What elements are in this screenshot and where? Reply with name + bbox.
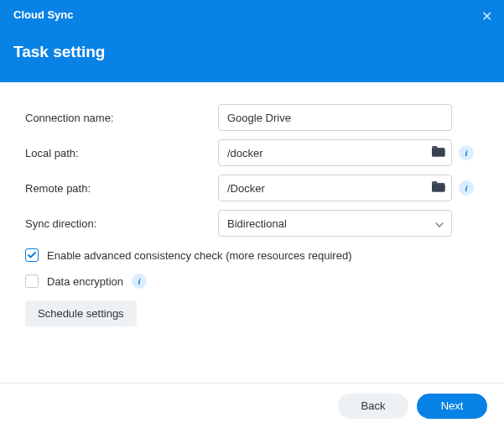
connection-name-label: Connection name:: [25, 112, 218, 124]
connection-name-input[interactable]: [218, 104, 452, 131]
row-consistency-check: Enable advanced consistency check (more …: [25, 248, 479, 262]
remote-path-label: Remote path:: [25, 182, 218, 195]
row-remote-path: Remote path: i: [25, 175, 479, 201]
schedule-settings-button[interactable]: Schedule settings: [25, 300, 137, 326]
dialog-footer: Back Next: [0, 383, 504, 428]
folder-icon[interactable]: [432, 145, 445, 160]
next-button[interactable]: Next: [417, 394, 487, 419]
app-title: Cloud Sync: [13, 8, 491, 21]
info-icon[interactable]: i: [132, 274, 147, 289]
row-local-path: Local path: i: [25, 139, 479, 166]
data-encryption-label: Data encryption: [47, 275, 123, 288]
svg-rect-1: [432, 185, 445, 192]
sync-direction-select[interactable]: [218, 210, 452, 237]
consistency-checkbox[interactable]: [25, 248, 39, 262]
back-button[interactable]: Back: [338, 394, 408, 419]
form: Connection name: Local path: i Remote pa…: [0, 82, 504, 326]
info-icon[interactable]: i: [459, 145, 474, 160]
sync-direction-value[interactable]: [218, 210, 452, 237]
row-data-encryption: Data encryption i: [25, 274, 479, 289]
page-title: Task setting: [13, 43, 491, 61]
folder-icon[interactable]: [432, 180, 445, 196]
chevron-down-icon: [435, 216, 444, 231]
sync-direction-label: Sync direction:: [25, 217, 218, 230]
info-icon[interactable]: i: [459, 180, 474, 196]
local-path-input[interactable]: [218, 139, 452, 166]
close-icon[interactable]: ✕: [481, 8, 492, 24]
local-path-label: Local path:: [25, 147, 218, 159]
svg-rect-0: [432, 149, 445, 157]
dialog-header: Cloud Sync ✕ Task setting: [0, 0, 504, 82]
row-sync-direction: Sync direction:: [25, 210, 479, 237]
row-connection-name: Connection name:: [25, 104, 479, 131]
consistency-check-label: Enable advanced consistency check (more …: [47, 249, 351, 262]
data-encryption-checkbox[interactable]: [25, 274, 39, 288]
remote-path-input[interactable]: [218, 175, 452, 201]
